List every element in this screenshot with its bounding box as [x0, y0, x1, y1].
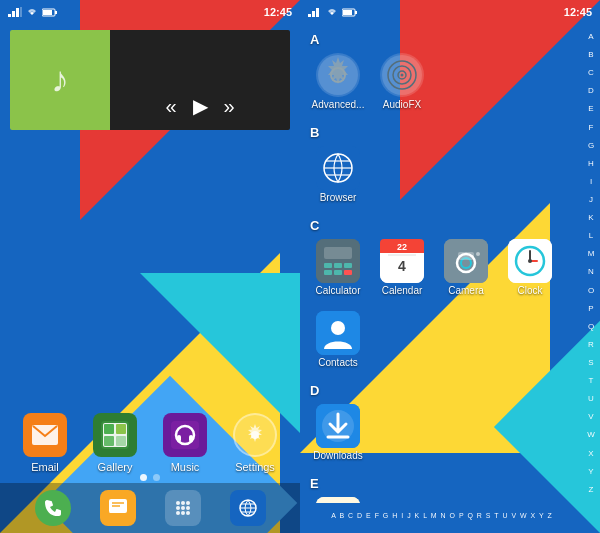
home-icon-gallery[interactable]: Gallery — [93, 413, 137, 473]
alpha-q[interactable]: Q — [588, 323, 594, 331]
app-audiofx[interactable]: AudioFX — [370, 49, 434, 115]
drawer-content: A Advanced... — [300, 24, 572, 503]
alpha-w[interactable]: W — [587, 431, 595, 439]
battery-icon-right — [342, 7, 358, 17]
apps-icon — [173, 498, 193, 518]
alpha-c[interactable]: C — [588, 69, 594, 77]
home-icon-settings[interactable]: Settings — [233, 413, 277, 473]
alpha-t[interactable]: T — [589, 377, 594, 385]
alpha-r[interactable]: R — [588, 341, 594, 349]
email-drawer-icon — [316, 497, 360, 503]
alpha-k[interactable]: K — [588, 214, 593, 222]
svg-rect-33 — [316, 8, 319, 17]
prev-button[interactable]: « — [165, 95, 176, 118]
music-widget[interactable]: ♪ « ▶ » — [10, 30, 290, 130]
status-icons-right — [308, 7, 358, 17]
svg-rect-14 — [116, 436, 126, 446]
alpha-n[interactable]: N — [588, 268, 594, 276]
section-letter-c: C — [300, 214, 572, 235]
home-icon-email[interactable]: Email — [23, 413, 67, 473]
app-downloads[interactable]: Downloads — [306, 400, 370, 466]
dock-phone[interactable] — [35, 490, 71, 526]
clock-svg — [508, 239, 552, 283]
app-email-drawer[interactable]: Email — [306, 493, 370, 503]
clock-icon — [508, 239, 552, 283]
svg-rect-47 — [324, 247, 352, 259]
section-d: D Downloads — [300, 379, 572, 472]
alpha-d[interactable]: D — [588, 87, 594, 95]
svg-point-22 — [181, 501, 185, 505]
app-contacts[interactable]: Contacts — [306, 307, 370, 373]
app-calendar[interactable]: 22 4 Calendar — [370, 235, 434, 301]
bottom-alpha-text: A B C D E F G H I J K L M N O P Q R S T … — [331, 512, 553, 519]
alpha-v[interactable]: V — [588, 413, 593, 421]
svg-point-71 — [331, 321, 345, 335]
alpha-p[interactable]: P — [588, 305, 593, 313]
svg-rect-48 — [324, 263, 332, 268]
app-camera[interactable]: Camera — [434, 235, 498, 301]
alpha-e[interactable]: E — [588, 105, 593, 113]
svg-rect-60 — [444, 239, 488, 283]
svg-point-25 — [181, 506, 185, 510]
gallery-icon — [93, 413, 137, 457]
audiofx-icon — [380, 53, 424, 97]
alpha-m[interactable]: M — [588, 250, 595, 258]
alpha-f[interactable]: F — [589, 124, 594, 132]
advanced-icon — [316, 53, 360, 97]
downloads-icon — [316, 404, 360, 448]
section-letter-b: B — [300, 121, 572, 142]
camera-icon — [444, 239, 488, 283]
svg-rect-2 — [16, 8, 19, 17]
app-clock[interactable]: Clock — [498, 235, 562, 301]
app-calculator[interactable]: Calculator — [306, 235, 370, 301]
svg-rect-36 — [343, 10, 352, 15]
dock-sms[interactable] — [100, 490, 136, 526]
alpha-y[interactable]: Y — [588, 468, 593, 476]
svg-point-69 — [528, 259, 532, 263]
alpha-z[interactable]: Z — [589, 486, 594, 494]
music-controls: « ▶ » — [110, 30, 290, 130]
alpha-x[interactable]: X — [588, 450, 593, 458]
email-label: Email — [31, 461, 59, 473]
alpha-b[interactable]: B — [588, 51, 593, 59]
alpha-u[interactable]: U — [588, 395, 594, 403]
alpha-a[interactable]: A — [588, 33, 593, 41]
alpha-o[interactable]: O — [588, 287, 594, 295]
alpha-h[interactable]: H — [588, 160, 594, 168]
calculator-icon — [316, 239, 360, 283]
dock-apps[interactable] — [165, 490, 201, 526]
next-button[interactable]: » — [224, 95, 235, 118]
home-icon-music[interactable]: Music — [163, 413, 207, 473]
section-e: E Email — [300, 472, 572, 503]
svg-rect-31 — [308, 14, 311, 17]
app-browser[interactable]: Browser — [306, 142, 370, 208]
dock-browser[interactable] — [230, 490, 266, 526]
alpha-i[interactable]: I — [590, 178, 592, 186]
dot-inactive — [153, 474, 160, 481]
section-a-apps: Advanced... AudioFX — [300, 49, 572, 121]
svg-rect-12 — [116, 424, 126, 434]
svg-point-26 — [186, 506, 190, 510]
alpha-g[interactable]: G — [588, 142, 594, 150]
app-advanced[interactable]: Advanced... — [306, 49, 370, 115]
svg-rect-52 — [334, 270, 342, 275]
wifi-icon-right — [326, 7, 338, 17]
clock-label: Clock — [517, 285, 542, 297]
svg-point-21 — [176, 501, 180, 505]
calendar-icon: 22 4 — [380, 239, 424, 283]
settings-label: Settings — [235, 461, 275, 473]
svg-text:4: 4 — [398, 258, 406, 274]
status-icons-left — [8, 7, 58, 17]
play-button[interactable]: ▶ — [193, 94, 208, 118]
alpha-s[interactable]: S — [588, 359, 593, 367]
alpha-j[interactable]: J — [589, 196, 593, 204]
music-icon — [163, 413, 207, 457]
section-d-apps: Downloads — [300, 400, 572, 472]
status-time-left: 12:45 — [264, 6, 292, 18]
advanced-svg — [316, 53, 360, 97]
music-note-icon: ♪ — [51, 59, 69, 101]
svg-point-24 — [176, 506, 180, 510]
alpha-l[interactable]: L — [589, 232, 593, 240]
svg-rect-49 — [334, 263, 342, 268]
signal-icon-right — [308, 7, 322, 17]
